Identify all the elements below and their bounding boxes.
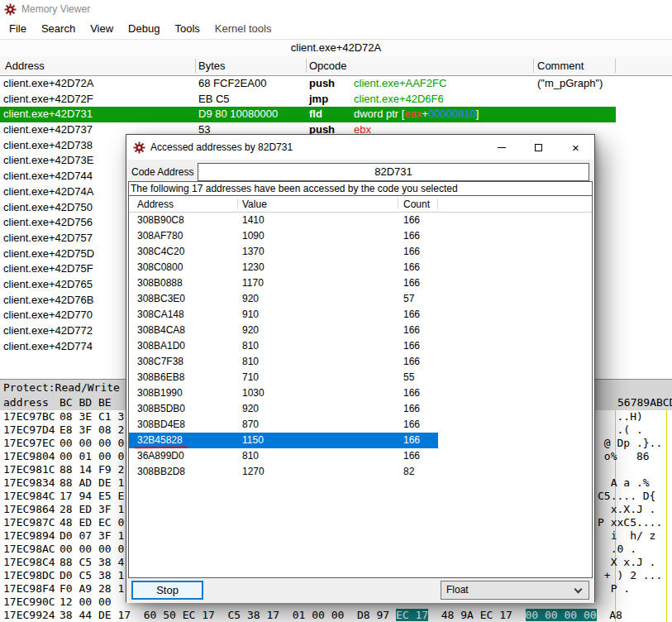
list-header: Address Value Count <box>129 196 592 213</box>
disasm-opcode: push <box>309 76 335 92</box>
hex-col-bytes-header: BC BD BE <box>60 395 112 410</box>
disasm-row[interactable]: client.exe+42D72A68 FCF2EA00pushclient.e… <box>0 76 672 92</box>
col-header-opcode: Opcode <box>309 56 347 76</box>
hex-ascii: i h/ z <box>598 529 655 543</box>
disasm-bytes: EB C5 <box>198 92 230 108</box>
list-col-value[interactable]: Value <box>242 196 267 213</box>
hex-address: 17EC990C <box>3 596 55 609</box>
accessed-address-row[interactable]: 308C7F38810166 <box>129 354 592 370</box>
disasm-bytes: 68 FCF2EA00 <box>198 76 266 92</box>
maximize-button[interactable] <box>520 135 557 160</box>
menu-debug[interactable]: Debug <box>121 22 167 35</box>
accessed-address-row[interactable]: 308B6EB871055 <box>129 370 592 385</box>
disasm-address: client.exe+42D72F <box>3 92 93 108</box>
accessed-count: 166 <box>403 401 420 417</box>
hex-address: 17EC97EC <box>3 437 55 450</box>
close-button[interactable]: × <box>557 135 594 160</box>
disasm-address: client.exe+42D744 <box>3 169 93 184</box>
accessed-address: 308B4CA8 <box>137 323 185 338</box>
cheat-engine-icon <box>133 141 145 154</box>
accessed-address-row[interactable]: 308CA148910166 <box>129 307 592 323</box>
accessed-value: 710 <box>242 370 259 385</box>
hex-byte-segment: 00 00 00 00 <box>526 609 597 621</box>
disasm-address: client.exe+42D737 <box>3 122 93 138</box>
hex-row[interactable]: 17EC992438 44 DE 17 60 50 EC 17 C5 38 17… <box>0 609 672 622</box>
accessed-value: 920 <box>242 401 259 417</box>
hex-byte-segment: 38 44 DE 17 60 50 EC 17 C5 38 17 01 00 0… <box>60 609 396 621</box>
minimize-button[interactable] <box>483 135 520 160</box>
column-separator <box>533 59 534 73</box>
accessed-address-row[interactable]: 32B458281150166 <box>129 433 438 448</box>
accessed-address-row[interactable]: 308AF7801090166 <box>129 228 592 244</box>
disasm-address: client.exe+42D73E <box>3 153 94 169</box>
accessed-address-row[interactable]: 308B90C81410166 <box>129 213 592 228</box>
accessed-address-row[interactable]: 308BC3E092057 <box>129 291 592 307</box>
cheat-engine-icon <box>4 3 17 16</box>
disasm-comment: ("m_pGraph") <box>537 76 603 92</box>
stop-button[interactable]: Stop <box>131 581 203 600</box>
operand-part: 00000810 <box>428 108 476 120</box>
disasm-bytes: D9 80 10080000 <box>198 107 278 122</box>
disasm-address: client.exe+42D774 <box>3 339 93 355</box>
hex-col-ascii-header: 56789ABCDEF <box>617 395 672 410</box>
menu-kernel-tools[interactable]: Kernel tools <box>207 22 279 35</box>
hex-address: 17EC9924 <box>3 609 55 622</box>
window-titlebar[interactable]: Memory Viewer <box>0 0 672 18</box>
accessed-address-row[interactable]: 308BD4E8870166 <box>129 417 592 433</box>
accessed-value: 1230 <box>242 260 265 275</box>
dialog-body: Code Address 82D731 The following 17 add… <box>126 160 594 603</box>
accessed-address-row[interactable]: 308B5DB0920166 <box>129 401 592 417</box>
menu-file[interactable]: File <box>2 22 34 35</box>
disasm-address: client.exe+42D75D <box>3 246 94 262</box>
accessed-addresses-dialog: Accessed addresses by 82D731 × Code Addr… <box>126 134 595 602</box>
accessed-address-row[interactable]: 308C08001230166 <box>129 260 592 275</box>
hex-bytes: E8 3F 08 2 <box>60 423 124 437</box>
accessed-value: 920 <box>242 291 259 307</box>
disasm-row[interactable]: client.exe+42D731D9 80 10080000flddword … <box>0 107 616 122</box>
code-address-input[interactable]: 82D731 <box>198 163 589 181</box>
accessed-value: 810 <box>242 448 259 464</box>
value-type-dropdown[interactable]: Float <box>441 581 589 600</box>
hex-bytes: 08 3E C1 3 <box>60 410 124 423</box>
menu-tools[interactable]: Tools <box>167 22 207 35</box>
menu-view[interactable]: View <box>83 22 121 35</box>
col-header-comment: Comment <box>537 56 584 76</box>
accessed-address-row[interactable]: 308BB2D8127082 <box>129 464 592 480</box>
disasm-row[interactable]: client.exe+42D72FEB C5jmpclient.exe+42D6… <box>0 92 672 108</box>
disasm-opcode: jmp <box>309 92 328 108</box>
accessed-value: 810 <box>242 354 259 370</box>
minimize-icon <box>498 147 506 148</box>
maximize-icon <box>535 144 542 151</box>
memory-viewer-window: Memory Viewer File Search View Debug Too… <box>0 0 672 622</box>
accessed-address: 308C4C20 <box>137 244 184 260</box>
accessed-address-row[interactable]: 308C4C201370166 <box>129 244 592 260</box>
accessed-address: 308CA148 <box>137 307 184 323</box>
hex-ascii: @ Dp .}.. <box>598 437 662 450</box>
column-separator <box>306 59 307 73</box>
accessed-address: 308C0800 <box>137 260 183 275</box>
disasm-address: client.exe+42D750 <box>3 200 93 216</box>
hex-ascii: .0 . <box>598 543 636 556</box>
accessed-count: 166 <box>403 275 420 291</box>
disasm-address: client.exe+42D757 <box>3 231 93 246</box>
accessed-address-row[interactable]: 308B08881170166 <box>129 275 592 291</box>
accessed-value: 1370 <box>242 244 265 260</box>
accessed-address: 308AF780 <box>137 228 183 244</box>
accessed-address: 308BD4E8 <box>137 417 185 433</box>
hex-ascii: + ) 2 ... <box>598 569 662 582</box>
accessed-address-row[interactable]: 308B4CA8920166 <box>129 323 592 338</box>
list-col-count[interactable]: Count <box>403 196 430 213</box>
accessed-address: 308B1990 <box>137 385 183 401</box>
dialog-titlebar[interactable]: Accessed addresses by 82D731 × <box>126 135 594 160</box>
accessed-address-row[interactable]: 36A899D0810166 <box>129 448 592 464</box>
hex-col-address-header: address <box>3 395 49 410</box>
hex-address: 17EC9834 <box>3 476 55 490</box>
list-col-address[interactable]: Address <box>137 196 174 213</box>
accessed-address-row[interactable]: 308B19901030166 <box>129 385 592 401</box>
col-header-address: Address <box>5 56 45 76</box>
accessed-address-row[interactable]: 308BA1D0810166 <box>129 338 592 354</box>
operand-part: dword ptr [ <box>354 108 404 120</box>
menu-search[interactable]: Search <box>34 22 83 35</box>
hex-address: 17EC98F4 <box>3 582 55 596</box>
accessed-count: 166 <box>403 260 420 275</box>
